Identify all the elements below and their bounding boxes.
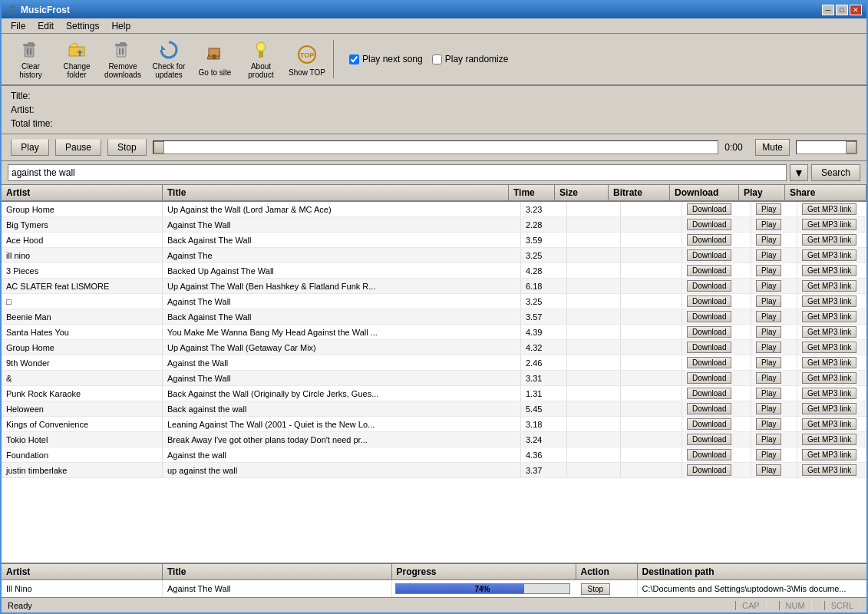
row-time: 3.25 (521, 294, 567, 309)
search-button[interactable]: Search (811, 164, 860, 181)
play-row-button[interactable]: Play (756, 219, 781, 230)
play-row-button[interactable]: Play (756, 234, 781, 246)
th-bitrate[interactable]: Bitrate (609, 185, 670, 201)
th-title[interactable]: Title (163, 185, 509, 201)
check-updates-button[interactable]: Check for updates (146, 37, 192, 81)
maximize-button[interactable]: □ (836, 5, 848, 15)
play-row-button[interactable]: Play (756, 372, 781, 384)
get-mp3-link-button[interactable]: Get MP3 link (802, 311, 856, 322)
volume-track[interactable] (796, 140, 857, 154)
play-row-button[interactable]: Play (756, 249, 781, 261)
get-mp3-link-button[interactable]: Get MP3 link (802, 234, 856, 246)
play-random-input[interactable] (432, 54, 442, 64)
search-dropdown-arrow[interactable]: ▼ (790, 164, 808, 181)
clear-history-button[interactable]: Clear history (8, 37, 54, 81)
get-mp3-link-button[interactable]: Get MP3 link (802, 326, 856, 338)
play-row-button[interactable]: Play (756, 418, 781, 430)
remove-downloads-button[interactable]: Remove downloads (100, 37, 146, 81)
play-next-song-checkbox[interactable]: Play next song (349, 54, 423, 64)
download-button[interactable]: Download (687, 403, 731, 414)
get-mp3-link-button[interactable]: Get MP3 link (802, 418, 856, 430)
download-button[interactable]: Download (687, 342, 731, 353)
play-row-button[interactable]: Play (756, 449, 781, 460)
play-row-button[interactable]: Play (756, 203, 781, 215)
download-button[interactable]: Download (687, 464, 731, 476)
play-row-button[interactable]: Play (756, 295, 781, 307)
download-button[interactable]: Download (687, 280, 731, 292)
get-mp3-link-button[interactable]: Get MP3 link (802, 249, 856, 261)
progress-thumb[interactable] (153, 141, 164, 154)
mute-button[interactable]: Mute (755, 139, 790, 156)
get-mp3-link-button[interactable]: Get MP3 link (802, 265, 856, 276)
close-button[interactable]: ✕ (850, 5, 862, 15)
download-button[interactable]: Download (687, 372, 731, 384)
download-button[interactable]: Download (687, 203, 731, 215)
get-mp3-link-button[interactable]: Get MP3 link (802, 203, 856, 215)
get-mp3-link-button[interactable]: Get MP3 link (802, 434, 856, 445)
row-play-cell: Play (751, 248, 797, 262)
play-row-button[interactable]: Play (756, 464, 781, 476)
play-row-button[interactable]: Play (756, 342, 781, 353)
get-mp3-link-button[interactable]: Get MP3 link (802, 342, 856, 353)
get-mp3-link-button[interactable]: Get MP3 link (802, 219, 856, 230)
th-download[interactable]: Download (670, 185, 739, 201)
go-to-site-button[interactable]: Go to site (192, 37, 238, 81)
th-artist[interactable]: Artist (2, 185, 163, 201)
status-indicators: CAP NUM SCRL (735, 601, 860, 610)
play-row-button[interactable]: Play (756, 280, 781, 292)
play-button[interactable]: Play (11, 139, 49, 156)
get-mp3-link-button[interactable]: Get MP3 link (802, 388, 856, 399)
get-mp3-link-button[interactable]: Get MP3 link (802, 464, 856, 476)
menu-file[interactable]: File (5, 19, 31, 33)
download-button[interactable]: Download (687, 295, 731, 307)
menu-settings[interactable]: Settings (60, 19, 105, 33)
download-button[interactable]: Download (687, 234, 731, 246)
menu-help[interactable]: Help (105, 19, 137, 33)
row-time: 5.45 (521, 401, 567, 416)
download-stop-button[interactable]: Stop (581, 583, 611, 595)
change-folder-button[interactable]: Change folder (54, 37, 100, 81)
play-row-button[interactable]: Play (756, 326, 781, 338)
get-mp3-link-button[interactable]: Get MP3 link (802, 372, 856, 384)
row-size (567, 371, 621, 385)
minimize-button[interactable]: ─ (822, 5, 834, 15)
download-button[interactable]: Download (687, 434, 731, 445)
th-time[interactable]: Time (509, 185, 555, 201)
get-mp3-link-button[interactable]: Get MP3 link (802, 295, 856, 307)
play-row-button[interactable]: Play (756, 434, 781, 445)
search-input[interactable] (8, 164, 787, 181)
get-mp3-link-button[interactable]: Get MP3 link (802, 280, 856, 292)
get-mp3-link-button[interactable]: Get MP3 link (802, 449, 856, 460)
playback-progress[interactable] (153, 140, 719, 154)
play-row-button[interactable]: Play (756, 311, 781, 322)
download-button[interactable]: Download (687, 449, 731, 460)
play-row-button[interactable]: Play (756, 265, 781, 276)
menu-edit[interactable]: Edit (31, 19, 60, 33)
download-button[interactable]: Download (687, 357, 731, 368)
show-top-button[interactable]: TOP Show TOP (284, 37, 330, 81)
download-button[interactable]: Download (687, 265, 731, 276)
download-button[interactable]: Download (687, 326, 731, 338)
stop-button[interactable]: Stop (107, 139, 147, 156)
play-row-button[interactable]: Play (756, 388, 781, 399)
download-button[interactable]: Download (687, 311, 731, 322)
about-product-button[interactable]: About product (238, 37, 284, 81)
get-mp3-link-button[interactable]: Get MP3 link (802, 357, 856, 368)
volume-thumb[interactable] (846, 141, 856, 154)
download-button[interactable]: Download (687, 418, 731, 430)
row-artist: Heloween (2, 401, 163, 416)
th-play[interactable]: Play (739, 185, 785, 201)
download-button[interactable]: Download (687, 249, 731, 261)
table-row: Big Tymers Against The Wall 2.28 Downloa… (2, 217, 866, 233)
table-row: Santa Hates You You Make Me Wanna Bang M… (2, 325, 866, 340)
th-size[interactable]: Size (555, 185, 609, 201)
download-button[interactable]: Download (687, 388, 731, 399)
download-button[interactable]: Download (687, 219, 731, 230)
play-random-checkbox[interactable]: Play randomize (432, 54, 509, 64)
play-next-song-input[interactable] (349, 54, 359, 64)
play-row-button[interactable]: Play (756, 357, 781, 368)
play-row-button[interactable]: Play (756, 403, 781, 414)
th-share[interactable]: Share (785, 185, 854, 201)
pause-button[interactable]: Pause (55, 139, 101, 156)
get-mp3-link-button[interactable]: Get MP3 link (802, 403, 856, 414)
